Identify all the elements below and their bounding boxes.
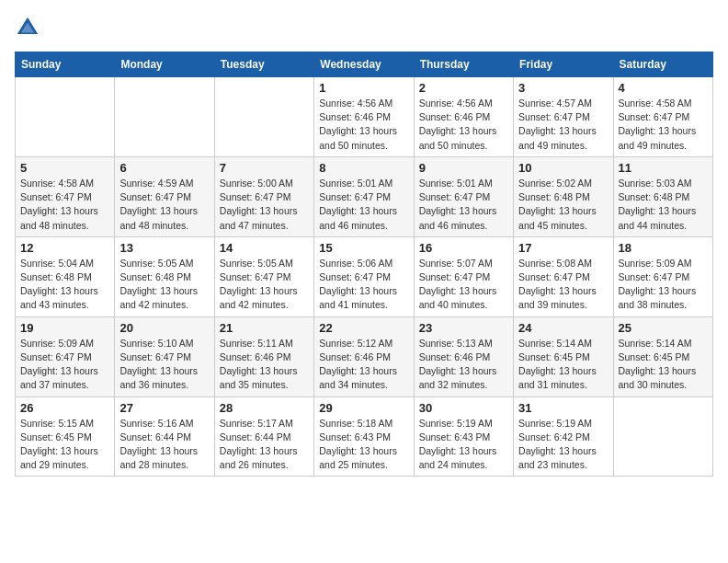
- calendar-cell: 6Sunrise: 4:59 AM Sunset: 6:47 PM Daylig…: [115, 156, 214, 236]
- calendar-cell: 19Sunrise: 5:09 AM Sunset: 6:47 PM Dayli…: [16, 316, 115, 396]
- cell-day-number: 8: [319, 161, 408, 175]
- cell-day-number: 22: [319, 321, 408, 335]
- calendar-cell: 20Sunrise: 5:10 AM Sunset: 6:47 PM Dayli…: [115, 316, 214, 396]
- cell-day-number: 16: [419, 241, 508, 255]
- cell-day-number: 28: [220, 401, 309, 415]
- calendar-cell: 27Sunrise: 5:16 AM Sunset: 6:44 PM Dayli…: [115, 396, 214, 477]
- calendar-cell: 23Sunrise: 5:13 AM Sunset: 6:46 PM Dayli…: [414, 316, 513, 396]
- day-header-tuesday: Tuesday: [214, 52, 313, 77]
- cell-info: Sunrise: 5:15 AM Sunset: 6:45 PM Dayligh…: [20, 417, 109, 473]
- cell-day-number: 20: [119, 321, 209, 335]
- calendar-cell: 7Sunrise: 5:00 AM Sunset: 6:47 PM Daylig…: [214, 156, 313, 236]
- calendar-cell: 24Sunrise: 5:14 AM Sunset: 6:45 PM Dayli…: [514, 316, 613, 396]
- cell-info: Sunrise: 4:56 AM Sunset: 6:46 PM Dayligh…: [319, 97, 408, 153]
- cell-day-number: 13: [119, 241, 209, 255]
- week-row-1: 1Sunrise: 4:56 AM Sunset: 6:46 PM Daylig…: [16, 77, 713, 157]
- calendar-cell: 1Sunrise: 4:56 AM Sunset: 6:46 PM Daylig…: [314, 77, 414, 157]
- cell-info: Sunrise: 4:58 AM Sunset: 6:47 PM Dayligh…: [20, 177, 109, 233]
- cell-info: Sunrise: 5:11 AM Sunset: 6:46 PM Dayligh…: [220, 337, 309, 393]
- cell-info: Sunrise: 4:56 AM Sunset: 6:46 PM Dayligh…: [419, 97, 508, 153]
- cell-day-number: 23: [419, 321, 508, 335]
- calendar-cell: [16, 77, 115, 157]
- cell-info: Sunrise: 5:14 AM Sunset: 6:45 PM Dayligh…: [518, 337, 608, 393]
- cell-day-number: 14: [220, 241, 309, 255]
- calendar-table: SundayMondayTuesdayWednesdayThursdayFrid…: [15, 52, 713, 477]
- cell-info: Sunrise: 5:13 AM Sunset: 6:46 PM Dayligh…: [419, 337, 508, 393]
- cell-day-number: 9: [419, 161, 508, 175]
- calendar-cell: 29Sunrise: 5:18 AM Sunset: 6:43 PM Dayli…: [314, 396, 414, 477]
- cell-info: Sunrise: 5:17 AM Sunset: 6:44 PM Dayligh…: [220, 417, 309, 473]
- cell-day-number: 25: [619, 321, 708, 335]
- cell-day-number: 2: [419, 81, 508, 95]
- cell-info: Sunrise: 5:14 AM Sunset: 6:45 PM Dayligh…: [619, 337, 708, 393]
- calendar-cell: 13Sunrise: 5:05 AM Sunset: 6:48 PM Dayli…: [115, 236, 214, 316]
- calendar-cell: 26Sunrise: 5:15 AM Sunset: 6:45 PM Dayli…: [16, 396, 115, 477]
- calendar-cell: 4Sunrise: 4:58 AM Sunset: 6:47 PM Daylig…: [613, 77, 712, 157]
- cell-info: Sunrise: 5:19 AM Sunset: 6:42 PM Dayligh…: [518, 417, 608, 473]
- cell-info: Sunrise: 5:16 AM Sunset: 6:44 PM Dayligh…: [119, 417, 209, 473]
- cell-day-number: 29: [319, 401, 408, 415]
- cell-info: Sunrise: 5:04 AM Sunset: 6:48 PM Dayligh…: [20, 257, 109, 313]
- cell-day-number: 21: [220, 321, 309, 335]
- calendar-cell: 28Sunrise: 5:17 AM Sunset: 6:44 PM Dayli…: [214, 396, 313, 477]
- cell-info: Sunrise: 5:01 AM Sunset: 6:47 PM Dayligh…: [319, 177, 408, 233]
- week-row-4: 19Sunrise: 5:09 AM Sunset: 6:47 PM Dayli…: [16, 316, 713, 396]
- cell-info: Sunrise: 5:18 AM Sunset: 6:43 PM Dayligh…: [319, 417, 408, 473]
- cell-day-number: 17: [518, 241, 608, 255]
- cell-info: Sunrise: 4:58 AM Sunset: 6:47 PM Dayligh…: [619, 97, 708, 153]
- calendar-cell: 22Sunrise: 5:12 AM Sunset: 6:46 PM Dayli…: [314, 316, 414, 396]
- cell-day-number: 15: [319, 241, 408, 255]
- cell-info: Sunrise: 5:01 AM Sunset: 6:47 PM Dayligh…: [419, 177, 508, 233]
- day-header-saturday: Saturday: [613, 52, 712, 77]
- cell-day-number: 3: [518, 81, 608, 95]
- logo: [15, 15, 44, 40]
- cell-info: Sunrise: 5:09 AM Sunset: 6:47 PM Dayligh…: [619, 257, 708, 313]
- calendar-cell: 12Sunrise: 5:04 AM Sunset: 6:48 PM Dayli…: [16, 236, 115, 316]
- day-header-sunday: Sunday: [16, 52, 115, 77]
- calendar-cell: 5Sunrise: 4:58 AM Sunset: 6:47 PM Daylig…: [16, 156, 115, 236]
- cell-info: Sunrise: 5:06 AM Sunset: 6:47 PM Dayligh…: [319, 257, 408, 313]
- cell-day-number: 19: [20, 321, 109, 335]
- cell-day-number: 26: [20, 401, 109, 415]
- logo-icon: [15, 15, 40, 40]
- cell-day-number: 10: [518, 161, 608, 175]
- cell-day-number: 30: [419, 401, 508, 415]
- calendar-cell: 8Sunrise: 5:01 AM Sunset: 6:47 PM Daylig…: [314, 156, 414, 236]
- calendar-cell: [214, 77, 313, 157]
- cell-day-number: 18: [619, 241, 708, 255]
- cell-info: Sunrise: 5:02 AM Sunset: 6:48 PM Dayligh…: [518, 177, 608, 233]
- week-row-5: 26Sunrise: 5:15 AM Sunset: 6:45 PM Dayli…: [16, 396, 713, 477]
- cell-day-number: 24: [518, 321, 608, 335]
- calendar-cell: 18Sunrise: 5:09 AM Sunset: 6:47 PM Dayli…: [613, 236, 712, 316]
- calendar-cell: [115, 77, 214, 157]
- calendar-cell: 16Sunrise: 5:07 AM Sunset: 6:47 PM Dayli…: [414, 236, 513, 316]
- week-row-2: 5Sunrise: 4:58 AM Sunset: 6:47 PM Daylig…: [16, 156, 713, 236]
- calendar-cell: 9Sunrise: 5:01 AM Sunset: 6:47 PM Daylig…: [414, 156, 513, 236]
- day-header-friday: Friday: [514, 52, 613, 77]
- calendar-cell: 14Sunrise: 5:05 AM Sunset: 6:47 PM Dayli…: [214, 236, 313, 316]
- cell-info: Sunrise: 5:03 AM Sunset: 6:48 PM Dayligh…: [619, 177, 708, 233]
- week-row-3: 12Sunrise: 5:04 AM Sunset: 6:48 PM Dayli…: [16, 236, 713, 316]
- cell-info: Sunrise: 5:12 AM Sunset: 6:46 PM Dayligh…: [319, 337, 408, 393]
- day-header-monday: Monday: [115, 52, 214, 77]
- calendar-cell: 25Sunrise: 5:14 AM Sunset: 6:45 PM Dayli…: [613, 316, 712, 396]
- cell-day-number: 12: [20, 241, 109, 255]
- cell-info: Sunrise: 5:10 AM Sunset: 6:47 PM Dayligh…: [119, 337, 209, 393]
- calendar-cell: 30Sunrise: 5:19 AM Sunset: 6:43 PM Dayli…: [414, 396, 513, 477]
- cell-day-number: 4: [619, 81, 708, 95]
- cell-day-number: 6: [119, 161, 209, 175]
- page-header: [15, 15, 713, 40]
- cell-info: Sunrise: 5:19 AM Sunset: 6:43 PM Dayligh…: [419, 417, 508, 473]
- calendar-cell: 21Sunrise: 5:11 AM Sunset: 6:46 PM Dayli…: [214, 316, 313, 396]
- cell-info: Sunrise: 5:05 AM Sunset: 6:48 PM Dayligh…: [119, 257, 209, 313]
- cell-day-number: 7: [220, 161, 309, 175]
- cell-day-number: 11: [619, 161, 708, 175]
- calendar-cell: 31Sunrise: 5:19 AM Sunset: 6:42 PM Dayli…: [514, 396, 613, 477]
- cell-info: Sunrise: 4:57 AM Sunset: 6:47 PM Dayligh…: [518, 97, 608, 153]
- cell-day-number: 1: [319, 81, 408, 95]
- calendar-cell: 3Sunrise: 4:57 AM Sunset: 6:47 PM Daylig…: [514, 77, 613, 157]
- day-header-thursday: Thursday: [414, 52, 513, 77]
- calendar-cell: 15Sunrise: 5:06 AM Sunset: 6:47 PM Dayli…: [314, 236, 414, 316]
- calendar-cell: 17Sunrise: 5:08 AM Sunset: 6:47 PM Dayli…: [514, 236, 613, 316]
- cell-day-number: 5: [20, 161, 109, 175]
